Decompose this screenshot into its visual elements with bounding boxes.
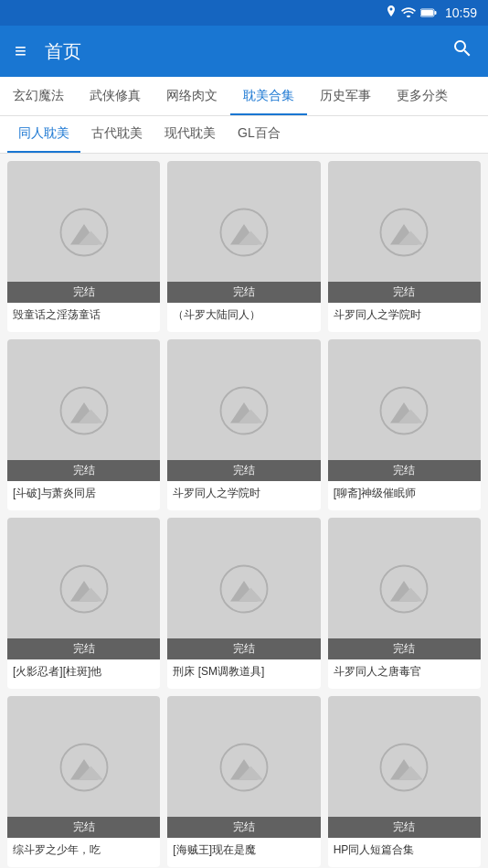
location-icon <box>386 5 397 21</box>
book-title: HP同人短篇合集 <box>328 838 481 867</box>
book-cover: 完结 <box>7 696 160 838</box>
book-title: [火影忍者][柱斑]他 <box>7 659 160 689</box>
svg-rect-2 <box>421 10 433 16</box>
battery-icon <box>420 6 437 20</box>
book-thumbnail <box>57 205 111 260</box>
book-title: 刑床 [SM调教道具] <box>167 659 320 689</box>
svg-rect-1 <box>434 11 436 15</box>
sub-tab-tongren[interactable]: 同人耽美 <box>7 116 80 153</box>
sub-tab-gl[interactable]: GL百合 <box>227 116 292 153</box>
book-title: [海贼王]现在是魔 <box>167 838 320 867</box>
book-title: 斗罗同人之学院时 <box>328 303 481 332</box>
sub-tabs: 同人耽美古代耽美现代耽美GL百合 <box>0 116 488 154</box>
book-thumbnail <box>217 562 271 616</box>
book-cover: 完结 <box>167 518 320 659</box>
book-thumbnail <box>377 205 431 260</box>
book-cover: 完结 <box>167 339 320 481</box>
book-cover: 完结 <box>328 339 481 481</box>
book-thumbnail <box>57 383 111 438</box>
book-grid: 完结 毁童话之淫荡童话 完结 （斗罗大陆同人） <box>0 154 488 868</box>
book-thumbnail <box>57 740 111 795</box>
book-thumbnail <box>377 383 431 438</box>
book-cover: 完结 <box>328 518 481 659</box>
book-title: 斗罗同人之唐毒官 <box>328 659 481 689</box>
book-title: （斗罗大陆同人） <box>167 303 320 332</box>
book-cover: 完结 <box>7 518 160 659</box>
sub-tab-xiandai[interactable]: 现代耽美 <box>154 116 227 153</box>
book-card[interactable]: 完结 [海贼王]现在是魔 <box>167 696 320 867</box>
book-card[interactable]: 完结 [斗破]与萧炎同居 <box>7 339 160 510</box>
book-title: 毁童话之淫荡童话 <box>7 303 160 332</box>
book-thumbnail <box>217 740 271 795</box>
status-badge: 完结 <box>7 638 160 659</box>
book-card[interactable]: 完结 [火影忍者][柱斑]他 <box>7 518 160 689</box>
status-badge: 完结 <box>328 817 481 838</box>
status-badge: 完结 <box>328 638 481 659</box>
book-cover: 完结 <box>7 339 160 481</box>
book-title: 综斗罗之少年，吃 <box>7 838 160 867</box>
status-badge: 完结 <box>328 460 481 481</box>
category-tab-lishi[interactable]: 历史军事 <box>307 77 384 115</box>
book-thumbnail <box>217 383 271 438</box>
book-card[interactable]: 完结 斗罗同人之唐毒官 <box>328 518 481 689</box>
book-cover: 完结 <box>328 161 481 303</box>
category-tab-wuxia[interactable]: 武侠修真 <box>77 77 154 115</box>
book-title: 斗罗同人之学院时 <box>167 481 320 510</box>
app-header: ≡ 首页 <box>0 26 488 77</box>
book-thumbnail <box>377 562 431 616</box>
book-card[interactable]: 完结 HP同人短篇合集 <box>328 696 481 867</box>
book-card[interactable]: 完结 综斗罗之少年，吃 <box>7 696 160 867</box>
book-card[interactable]: 完结 刑床 [SM调教道具] <box>167 518 320 689</box>
category-tab-more[interactable]: 更多分类 <box>384 77 461 115</box>
status-icons: 10:59 <box>386 5 477 21</box>
book-thumbnail <box>57 562 111 616</box>
book-cover: 完结 <box>167 696 320 838</box>
header-left: ≡ 首页 <box>15 39 81 64</box>
book-cover: 完结 <box>167 161 320 303</box>
category-tab-xuanhuan[interactable]: 玄幻魔法 <box>0 77 77 115</box>
book-thumbnail <box>217 205 271 260</box>
time-display: 10:59 <box>445 5 477 20</box>
category-tab-naimei[interactable]: 耽美合集 <box>230 77 307 115</box>
book-thumbnail <box>377 740 431 795</box>
book-cover: 完结 <box>328 696 481 838</box>
menu-button[interactable]: ≡ <box>15 39 27 63</box>
book-card[interactable]: 完结 斗罗同人之学院时 <box>167 339 320 510</box>
category-tab-wangluo[interactable]: 网络肉文 <box>154 77 230 115</box>
book-card[interactable]: 完结 [聊斋]神级催眠师 <box>328 339 481 510</box>
status-badge: 完结 <box>167 817 320 838</box>
sub-tab-gudai[interactable]: 古代耽美 <box>80 116 154 153</box>
status-badge: 完结 <box>167 460 320 481</box>
status-badge: 完结 <box>7 460 160 481</box>
book-card[interactable]: 完结 毁童话之淫荡童话 <box>7 161 160 332</box>
book-card[interactable]: 完结 斗罗同人之学院时 <box>328 161 481 332</box>
category-tabs: 玄幻魔法武侠修真网络肉文耽美合集历史军事更多分类 <box>0 77 488 116</box>
book-title: [斗破]与萧炎同居 <box>7 481 160 510</box>
status-badge: 完结 <box>167 638 320 659</box>
book-title: [聊斋]神级催眠师 <box>328 481 481 510</box>
wifi-icon <box>401 6 416 20</box>
book-cover: 完结 <box>7 161 160 303</box>
status-bar: 10:59 <box>0 0 488 26</box>
status-badge: 完结 <box>328 282 481 303</box>
status-badge: 完结 <box>167 282 320 303</box>
search-button[interactable] <box>451 38 473 65</box>
status-badge: 完结 <box>7 817 160 838</box>
status-badge: 完结 <box>7 282 160 303</box>
book-card[interactable]: 完结 （斗罗大陆同人） <box>167 161 320 332</box>
page-title: 首页 <box>45 39 81 64</box>
